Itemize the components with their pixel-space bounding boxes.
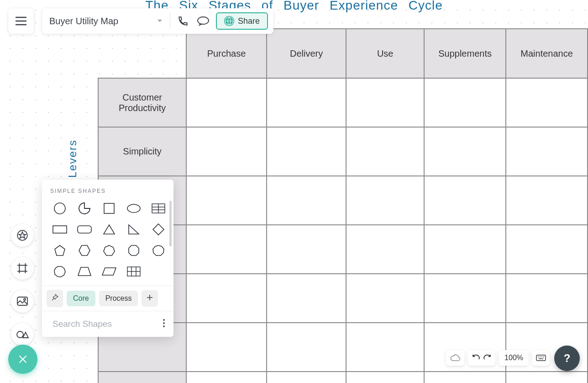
shape-pie[interactable]	[75, 202, 94, 215]
shape-search-row	[42, 311, 173, 337]
shape-circle[interactable]	[50, 202, 69, 215]
shape-ellipse[interactable]	[124, 202, 143, 215]
redo-button[interactable]	[483, 354, 492, 362]
search-input[interactable]	[52, 319, 161, 329]
shapes-icon	[16, 329, 29, 340]
panel-header: SIMPLE SHAPES	[42, 180, 173, 199]
tab-core[interactable]: Core	[67, 291, 95, 306]
cloud-icon	[450, 354, 461, 362]
sync-status[interactable]	[446, 350, 464, 366]
frame-icon	[16, 262, 28, 274]
divider	[170, 13, 170, 29]
matrix-side-title[interactable]: Levers	[66, 139, 79, 178]
svg-point-32	[163, 319, 165, 321]
svg-rect-35	[536, 355, 546, 361]
shape-grid	[50, 199, 165, 283]
row-header[interactable]: Simplicity	[98, 127, 186, 176]
comment-button[interactable]	[193, 11, 213, 31]
svg-point-30	[48, 324, 49, 324]
phone-icon	[177, 15, 189, 27]
panel-scrollbar[interactable]	[169, 201, 172, 246]
undo-icon	[472, 354, 480, 360]
tab-process[interactable]: Process	[99, 291, 138, 306]
zoom-value: 100%	[503, 354, 525, 362]
shape-grid[interactable]	[124, 265, 143, 278]
hamburger-icon	[15, 16, 27, 26]
svg-point-15	[54, 203, 65, 214]
keyboard-icon	[536, 355, 546, 361]
bottom-controls: 100%	[446, 350, 550, 366]
shapes-panel: SIMPLE SHAPES Core	[42, 180, 173, 337]
menu-button[interactable]	[8, 8, 34, 34]
chevron-down-icon	[157, 19, 163, 23]
row-header[interactable]: Customer Productivity	[98, 78, 186, 127]
zoom-control[interactable]: 100%	[499, 350, 529, 366]
help-label: ?	[564, 352, 571, 365]
svg-point-33	[163, 322, 165, 324]
shape-triangle[interactable]	[100, 223, 119, 236]
pin-button[interactable]	[47, 290, 63, 307]
keyboard-button[interactable]	[532, 350, 550, 366]
col-header[interactable]: Maintenance	[506, 29, 588, 78]
shape-diamond[interactable]	[149, 223, 168, 236]
svg-rect-10	[17, 297, 27, 305]
globe-icon	[224, 16, 234, 26]
document-bar: Buyer Utility Map Share	[42, 8, 273, 34]
search-icon	[48, 319, 49, 329]
svg-rect-22	[53, 226, 67, 233]
tool-star[interactable]	[11, 224, 34, 247]
shape-library-tabs: Core Process	[42, 286, 173, 311]
matrix-corner	[98, 29, 186, 78]
shape-trapezoid[interactable]	[75, 265, 94, 278]
redo-icon	[483, 354, 492, 360]
shape-rectangle[interactable]	[50, 223, 69, 236]
svg-point-34	[163, 325, 165, 327]
svg-point-3	[198, 17, 209, 24]
shape-rounded-rectangle[interactable]	[75, 223, 94, 236]
shape-pentagon[interactable]	[50, 244, 69, 257]
shape-decagon[interactable]	[50, 265, 69, 278]
search-more-button[interactable]	[161, 317, 167, 331]
undo-redo-group	[468, 350, 495, 366]
help-button[interactable]: ?	[554, 346, 580, 371]
svg-point-12	[17, 331, 23, 338]
col-header[interactable]: Purchase	[186, 29, 267, 78]
share-label: Share	[238, 16, 260, 26]
close-panel-button[interactable]	[8, 345, 37, 374]
close-icon	[17, 354, 28, 365]
col-header[interactable]: Supplements	[424, 29, 506, 78]
col-header[interactable]: Delivery	[267, 29, 346, 78]
tool-frame[interactable]	[11, 257, 34, 280]
shape-square[interactable]	[100, 202, 119, 215]
chat-icon	[197, 16, 210, 26]
shape-table[interactable]	[149, 202, 168, 215]
shape-right-triangle[interactable]	[124, 223, 143, 236]
svg-point-17	[127, 204, 140, 213]
tool-shapes[interactable]	[11, 323, 34, 346]
share-button[interactable]: Share	[216, 12, 268, 30]
call-button[interactable]	[173, 11, 193, 31]
shape-parallelogram[interactable]	[100, 265, 119, 278]
col-header[interactable]: Use	[346, 29, 424, 78]
pin-icon	[51, 293, 59, 302]
image-icon	[16, 296, 28, 306]
row-header[interactable]: Friendliness	[98, 372, 186, 383]
shape-heptagon[interactable]	[100, 244, 119, 257]
tool-image[interactable]	[11, 290, 34, 313]
svg-rect-16	[104, 203, 114, 213]
star-icon	[16, 229, 28, 241]
shape-octagon[interactable]	[124, 244, 143, 257]
svg-rect-23	[78, 226, 91, 233]
undo-button[interactable]	[472, 354, 480, 362]
document-title[interactable]: Buyer Utility Map	[47, 16, 157, 27]
shape-nonagon[interactable]	[149, 244, 168, 257]
add-library-button[interactable]	[142, 290, 158, 307]
more-vertical-icon	[163, 319, 165, 328]
doc-dropdown[interactable]	[157, 18, 167, 24]
shape-hexagon[interactable]	[75, 244, 94, 257]
svg-point-11	[24, 298, 26, 300]
plus-icon	[146, 294, 153, 301]
